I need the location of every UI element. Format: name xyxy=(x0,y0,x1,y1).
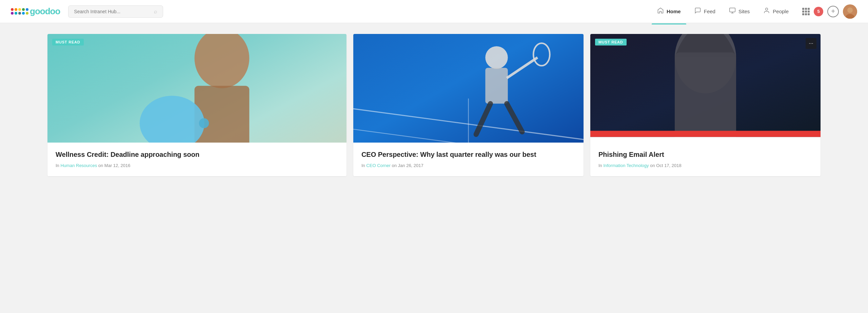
notification-badge[interactable]: 5 xyxy=(814,7,823,16)
nav-item-feed-label: Feed xyxy=(704,8,715,14)
card-wellness[interactable]: MUST READ xyxy=(47,34,347,176)
logo-text-teal: oo xyxy=(50,6,60,16)
logo-dot xyxy=(15,8,17,11)
add-icon: + xyxy=(831,7,835,15)
card-meta-prefix-phishing: In xyxy=(598,163,602,168)
notification-count: 5 xyxy=(817,9,820,14)
logo-dot xyxy=(26,12,28,15)
cards-grid: MUST READ xyxy=(47,34,821,176)
card-title-ceo: CEO Perspective: Why last quarter really… xyxy=(361,150,575,159)
nav-item-home[interactable]: Home xyxy=(652,4,686,18)
card-menu-button[interactable]: ··· xyxy=(806,38,816,49)
search-bar[interactable]: ⌕ xyxy=(68,5,163,18)
logo-text-black: good xyxy=(30,6,50,16)
avatar[interactable] xyxy=(843,4,857,19)
logo-dot xyxy=(15,12,17,15)
card-meta-suffix-ceo: on xyxy=(392,163,398,168)
search-input[interactable] xyxy=(74,9,151,14)
logo-dot xyxy=(22,8,25,11)
must-read-badge-phishing: MUST READ xyxy=(595,39,627,45)
search-icon: ⌕ xyxy=(154,8,157,15)
nav-right-controls: 5 + xyxy=(802,4,857,19)
nav-item-home-label: Home xyxy=(667,8,681,14)
card-image-container-phishing: MUST READ ··· xyxy=(590,34,821,143)
add-button[interactable]: + xyxy=(827,6,839,17)
card-title-phishing: Phishing Email Alert xyxy=(598,150,812,159)
card-category-link-wellness[interactable]: Human Resources xyxy=(60,163,97,168)
card-category-link-phishing[interactable]: Information Technology xyxy=(603,163,649,168)
logo-dot xyxy=(18,8,21,11)
nav-item-sites-label: Sites xyxy=(738,8,750,14)
card-date-ceo: Jan 26, 2017 xyxy=(398,163,423,168)
card-meta-suffix-phishing: on xyxy=(650,163,656,168)
sites-icon xyxy=(729,7,736,16)
avatar-image xyxy=(843,4,857,19)
svg-rect-9 xyxy=(195,86,250,143)
nav-item-people[interactable]: People xyxy=(758,4,794,18)
grid-dot xyxy=(805,13,807,15)
logo-dot xyxy=(26,8,28,11)
grid-dot xyxy=(808,13,810,15)
svg-rect-0 xyxy=(730,8,735,12)
svg-point-19 xyxy=(485,46,508,69)
header: goodoo ⌕ Home Feed xyxy=(0,0,868,23)
card-meta-phishing: In Information Technology on Oct 17, 201… xyxy=(598,163,812,168)
card-body-phishing: Phishing Email Alert In Information Tech… xyxy=(590,143,821,176)
logo-dot xyxy=(11,12,14,15)
nav-item-feed[interactable]: Feed xyxy=(689,4,721,18)
svg-rect-20 xyxy=(485,68,508,104)
card-meta-prefix-wellness: In xyxy=(56,163,59,168)
card-meta-prefix-ceo: In xyxy=(361,163,365,168)
main-content: MUST READ xyxy=(0,23,868,187)
logo-dot xyxy=(22,12,25,15)
nav-item-people-label: People xyxy=(773,8,789,14)
grid-dot xyxy=(808,11,810,13)
card-image-ceo xyxy=(353,34,584,143)
card-body-ceo: CEO Perspective: Why last quarter really… xyxy=(353,143,584,176)
home-icon xyxy=(657,7,664,16)
grid-dot xyxy=(805,11,807,13)
card-image-wellness xyxy=(47,34,347,143)
main-nav: Home Feed Sites xyxy=(652,4,857,19)
card-category-link-ceo[interactable]: CEO Corner xyxy=(366,163,391,168)
logo-dot xyxy=(18,12,21,15)
grid-dot xyxy=(805,8,807,10)
logo-text: goodoo xyxy=(30,6,60,17)
grid-dot xyxy=(802,11,804,13)
people-icon xyxy=(763,7,770,16)
card-date-phishing: Oct 17, 2018 xyxy=(656,163,681,168)
apps-grid-icon[interactable] xyxy=(802,8,810,15)
logo-dots xyxy=(11,8,28,15)
grid-dot xyxy=(808,8,810,10)
must-read-badge-wellness: MUST READ xyxy=(52,39,84,45)
card-image-container-wellness: MUST READ xyxy=(47,34,347,143)
grid-dot xyxy=(802,8,804,10)
svg-point-5 xyxy=(847,7,853,13)
svg-rect-27 xyxy=(675,52,736,143)
svg-point-12 xyxy=(199,118,209,128)
card-meta-ceo: In CEO Corner on Jan 26, 2017 xyxy=(361,163,575,168)
card-meta-suffix-wellness: on xyxy=(98,163,104,168)
svg-rect-30 xyxy=(590,131,821,137)
card-body-wellness: Wellness Credit: Deadline approaching so… xyxy=(47,143,347,176)
svg-rect-29 xyxy=(590,137,821,143)
feed-icon xyxy=(694,7,701,16)
card-image-container-ceo xyxy=(353,34,584,143)
card-title-wellness: Wellness Credit: Deadline approaching so… xyxy=(56,150,338,159)
card-ceo[interactable]: CEO Perspective: Why last quarter really… xyxy=(353,34,584,176)
card-meta-wellness: In Human Resources on Mar 12, 2016 xyxy=(56,163,338,168)
card-date-wellness: Mar 12, 2016 xyxy=(104,163,131,168)
logo[interactable]: goodoo xyxy=(11,6,60,17)
card-phishing[interactable]: MUST READ ··· xyxy=(590,34,821,176)
svg-point-3 xyxy=(766,8,768,11)
card-image-phishing xyxy=(590,34,821,143)
grid-dot xyxy=(802,13,804,15)
nav-item-sites[interactable]: Sites xyxy=(724,4,755,18)
logo-dot xyxy=(11,8,14,11)
